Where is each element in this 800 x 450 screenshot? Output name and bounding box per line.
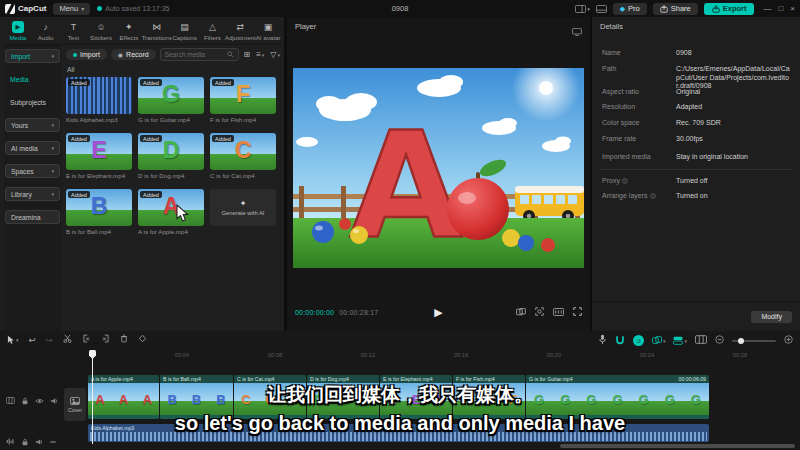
media-item-name: B is for Ball.mp4 [66, 228, 132, 235]
video-preview[interactable]: A [293, 68, 584, 268]
detail-label: Path [602, 65, 676, 72]
sidebar-item-spaces[interactable]: Spaces ▾ [5, 164, 60, 178]
menu-button[interactable]: Menu ▾ [53, 3, 90, 15]
tab-audio[interactable]: ♪ Audio [32, 21, 60, 41]
detail-label: Resolution [602, 103, 676, 110]
focus-preview-icon[interactable] [535, 307, 544, 317]
asset-tabbar: ▶ Media ♪ Audio T Text ☺ Stickers ✦ Effe… [4, 17, 282, 45]
minimize-button[interactable]: — [763, 4, 771, 13]
redo-icon[interactable]: ↪ [46, 335, 53, 345]
media-item-g-guitar[interactable]: Added G G is for Guitar.mp4 [138, 77, 204, 123]
all-filter-label[interactable]: All [67, 66, 75, 73]
detail-label: Frame rate [602, 135, 676, 142]
media-item-f-fish[interactable]: Added F F is for Fish.mp4 [210, 77, 276, 123]
tab-transitions[interactable]: ⋈ Transitions [143, 21, 171, 41]
import-button[interactable]: Import [66, 49, 107, 60]
ruler-label: 00:04 [175, 352, 190, 358]
ruler-label: 00:08 [268, 352, 283, 358]
share-button[interactable]: Share [653, 3, 698, 15]
sidebar-item-subprojects[interactable]: Subprojects [5, 95, 60, 109]
delete-icon[interactable] [120, 334, 128, 345]
undo-icon[interactable]: ↩ [29, 335, 36, 345]
sidebar-item-library[interactable]: Library ▾ [5, 187, 60, 201]
link-preview-icon[interactable]: ▾ [652, 336, 666, 345]
tab-filters[interactable]: △ Filters [199, 21, 227, 41]
media-item-d-dog[interactable]: Added D D is for Dog.mp4 [138, 133, 204, 179]
track-options-icon[interactable]: ▾ [673, 336, 687, 345]
adjustment-icon: ⇄ [236, 21, 244, 33]
details-divider [600, 169, 792, 170]
ai-sparkle-icon: ✦ [240, 199, 247, 208]
play-button[interactable]: ▶ [434, 306, 442, 319]
details-header: Details [600, 22, 623, 31]
player-panel: Player [287, 17, 590, 331]
tab-text[interactable]: T Text [60, 21, 88, 41]
maximize-button[interactable]: □ [778, 4, 783, 13]
record-button[interactable]: ◉ Record [111, 49, 156, 60]
left-panel: ▶ Media ♪ Audio T Text ☺ Stickers ✦ Effe… [0, 17, 284, 331]
generate-with-ai-card[interactable]: ✦ Generate with AI [210, 189, 276, 235]
layout-toggle-icon[interactable]: ▾ [575, 5, 590, 13]
detail-value: Rec. 709 SDR [676, 119, 721, 128]
detail-label: Name [602, 49, 676, 56]
zoom-in-icon[interactable] [784, 335, 793, 346]
sidebar-item-media[interactable]: Media [5, 72, 60, 86]
tab-adjustment[interactable]: ⇄ Adjustment [226, 21, 254, 41]
timeline-ruler[interactable]: 00:04 00:08 00:12 00:16 00:20 00:24 00:2… [88, 350, 800, 362]
export-button[interactable]: Export [704, 3, 755, 15]
pro-button[interactable]: ◆ Pro [613, 3, 647, 15]
tab-effects[interactable]: ✦ Effects [115, 21, 143, 41]
detail-label: Proxy [602, 177, 676, 184]
timeline-zoom-slider[interactable] [732, 340, 776, 342]
autosave-dot-icon [97, 6, 102, 11]
export-icon [712, 5, 720, 13]
grid-view-icon[interactable]: ⊞ [243, 50, 250, 59]
tab-media[interactable]: ▶ Media [4, 21, 32, 41]
letter-a: A [350, 100, 463, 268]
sidebar-item-yours[interactable]: Yours ▾ [5, 118, 60, 132]
brand-name: CapCut [18, 4, 46, 13]
detail-value: 30.00fps [676, 135, 703, 144]
filter-icon[interactable]: ▽▾ [270, 50, 280, 59]
voiceover-mic-icon[interactable] [598, 334, 607, 347]
timeline-horizontal-scrollbar[interactable] [560, 444, 795, 448]
split-icon[interactable] [63, 334, 72, 345]
zoom-slider-handle[interactable] [738, 338, 744, 344]
delete-left-icon[interactable] [82, 334, 91, 345]
media-item-c-cat[interactable]: Added C C is for Cat.mp4 [210, 133, 276, 179]
delete-right-icon[interactable] [101, 334, 110, 345]
mirror-preview-icon[interactable] [516, 308, 526, 317]
filters-icon: △ [209, 21, 216, 33]
media-item-kids-alphabet[interactable]: Added Kids Alphabet.mp3 [66, 77, 132, 123]
media-item-e-elephant[interactable]: Added E E is for Elephant.mp4 [66, 133, 132, 179]
added-badge: Added [68, 79, 90, 86]
transitions-icon: ⋈ [152, 21, 161, 33]
audio-note-icon: ♪ [43, 21, 48, 33]
modify-button[interactable]: Modify [751, 311, 792, 323]
media-item-a-apple[interactable]: Added A A is for Apple.mp4 [138, 189, 204, 235]
tab-stickers[interactable]: ☺ Stickers [87, 21, 115, 41]
search-input[interactable]: Search media [160, 48, 240, 61]
zoom-out-icon[interactable] [715, 335, 724, 346]
media-grid: Added Kids Alphabet.mp3 Added G G is for… [66, 77, 276, 235]
tab-captions[interactable]: ▤ Captions [171, 21, 199, 41]
fullscreen-icon[interactable] [573, 307, 582, 317]
ratio-icon[interactable] [553, 308, 564, 317]
close-button[interactable]: × [790, 4, 795, 13]
media-item-b-ball[interactable]: Added B B is for Ball.mp4 [66, 189, 132, 235]
tab-ai-avatar[interactable]: ▣ AI avatar [254, 21, 282, 41]
player-display-icon[interactable] [572, 22, 582, 40]
capcut-logo: CapCut [5, 4, 46, 14]
auto-snap-icon[interactable]: ⊃ [633, 335, 644, 346]
select-tool-icon[interactable]: ▾ [7, 335, 19, 345]
keyframe-icon[interactable] [138, 334, 147, 345]
sidebar-item-dreamina[interactable]: Dreamina [5, 210, 60, 224]
effects-sparkle-icon: ✦ [125, 21, 133, 33]
panel-layout-icon[interactable] [596, 5, 607, 13]
sidebar-item-ai-media[interactable]: AI media ▾ [5, 141, 60, 155]
preview-frames-icon[interactable] [695, 335, 707, 346]
sort-icon[interactable]: ≡▾ [256, 50, 264, 59]
sidebar-item-import[interactable]: Import ▾ [5, 49, 60, 63]
chevron-down-icon: ▾ [51, 191, 54, 197]
magnet-snap-icon[interactable] [615, 335, 625, 347]
